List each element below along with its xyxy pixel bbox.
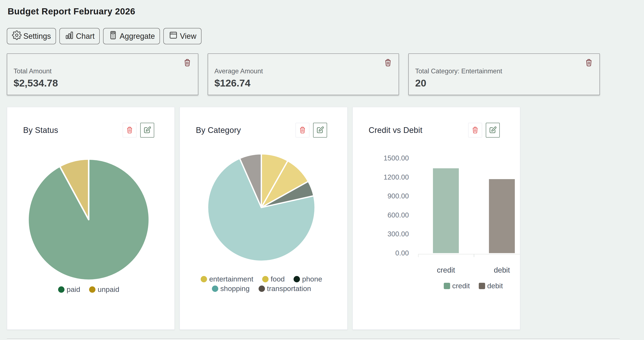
chart-card-by-category: By Category entertainmentfoodphoneshoppi… xyxy=(180,107,348,330)
page-title: Budget Report February 2026 xyxy=(8,6,637,16)
chart-button[interactable]: Chart xyxy=(60,28,100,44)
legend-label: transportation xyxy=(267,285,311,293)
budget-report-page: Budget Report February 2026 Settings Cha… xyxy=(0,0,644,340)
chart-cards-row: By Status paidunpaid By Category xyxy=(7,107,520,330)
trash-icon xyxy=(471,126,480,135)
edit-icon xyxy=(316,126,324,135)
legend-item-phone[interactable]: phone xyxy=(294,275,322,283)
x-axis-tick xyxy=(418,254,419,257)
legend-swatch-icon xyxy=(212,286,218,292)
y-axis-tick-label: 300.00 xyxy=(369,230,409,238)
legend-swatch-icon xyxy=(201,276,207,282)
delete-chart-button[interactable] xyxy=(296,123,310,138)
legend-label: shopping xyxy=(220,285,250,293)
stat-card-total-amount: Total Amount $2,534.78 xyxy=(7,53,198,95)
trash-icon xyxy=(125,126,134,135)
legend-label: unpaid xyxy=(98,285,119,294)
stat-card-average-amount: Average Amount $126.74 xyxy=(208,53,399,95)
delete-stat-button[interactable] xyxy=(584,58,594,68)
x-axis-category-label: debit xyxy=(474,266,520,274)
legend-swatch-icon xyxy=(89,286,96,293)
trash-icon xyxy=(298,126,307,135)
x-axis xyxy=(418,254,520,257)
edit-icon xyxy=(488,126,497,135)
chart-card-header: By Category xyxy=(196,122,327,139)
bar-chart-icon xyxy=(64,30,74,42)
bar-chart-credit-vs-debit: 1500.001200.00900.00600.00300.000.00cred… xyxy=(369,139,500,302)
legend-item-food[interactable]: food xyxy=(262,275,285,283)
x-axis-tick xyxy=(474,254,474,257)
legend-label: debit xyxy=(487,282,503,290)
stat-card-label: Total Category: Entertainment xyxy=(415,67,592,75)
chart-title: Credit vs Debit xyxy=(369,126,422,135)
chart-legend: paidunpaid xyxy=(58,285,119,294)
legend-label: credit xyxy=(452,282,470,290)
chart-card-header: By Status xyxy=(23,122,154,139)
legend-label: food xyxy=(271,275,285,283)
bar-credit[interactable] xyxy=(433,168,459,253)
chart-title: By Category xyxy=(196,126,241,135)
delete-stat-button[interactable] xyxy=(383,58,393,68)
legend-item-credit[interactable]: credit xyxy=(444,282,470,290)
page-content: Budget Report February 2026 Settings Cha… xyxy=(7,0,637,330)
legend-label: entertainment xyxy=(209,275,253,283)
bar-debit[interactable] xyxy=(489,179,515,253)
chart-button-label: Chart xyxy=(76,32,94,41)
chart-legend: creditdebit xyxy=(413,282,520,290)
legend-item-entertainment[interactable]: entertainment xyxy=(201,275,253,283)
trash-icon xyxy=(383,65,393,68)
edit-chart-button[interactable] xyxy=(140,123,154,138)
edit-chart-button[interactable] xyxy=(486,123,500,138)
legend-item-paid[interactable]: paid xyxy=(58,285,80,294)
chart-actions xyxy=(122,123,154,138)
legend-swatch-icon xyxy=(262,276,268,282)
view-button-label: View xyxy=(180,32,196,41)
y-axis-tick-label: 600.00 xyxy=(369,211,409,219)
legend-item-unpaid[interactable]: unpaid xyxy=(89,285,119,294)
pie-chart[interactable] xyxy=(205,151,318,264)
legend-swatch-icon xyxy=(479,283,485,289)
chart-card-by-status: By Status paidunpaid xyxy=(7,107,175,330)
pie-chart-by-status: paidunpaid xyxy=(23,139,154,294)
stat-card-label: Total Amount xyxy=(14,67,191,75)
chart-legend: entertainmentfoodphoneshoppingtransporta… xyxy=(196,275,327,293)
legend-swatch-icon xyxy=(258,286,265,292)
y-axis-tick-label: 1200.00 xyxy=(369,173,409,181)
settings-button[interactable]: Settings xyxy=(7,28,56,44)
stat-cards-row: Total Amount $2,534.78 Average Amount $1… xyxy=(7,53,600,95)
chart-actions xyxy=(468,123,500,138)
stat-card-value: $126.74 xyxy=(214,77,392,89)
delete-chart-button[interactable] xyxy=(122,123,136,138)
legend-label: paid xyxy=(66,285,80,294)
chart-title: By Status xyxy=(23,126,58,135)
y-axis-tick-label: 0.00 xyxy=(369,249,409,257)
settings-button-label: Settings xyxy=(23,32,51,41)
pie-chart-by-category: entertainmentfoodphoneshoppingtransporta… xyxy=(196,139,327,293)
trash-icon xyxy=(584,65,594,68)
aggregate-button[interactable]: Aggregate xyxy=(103,28,160,44)
bar-chart[interactable]: 1500.001200.00900.00600.00300.000.00cred… xyxy=(369,158,500,302)
next-section-top-edge xyxy=(7,339,620,340)
calculator-icon xyxy=(108,30,118,42)
pie-chart[interactable] xyxy=(25,156,152,283)
aggregate-button-label: Aggregate xyxy=(120,32,155,41)
legend-item-shopping[interactable]: shopping xyxy=(212,285,250,293)
edit-chart-button[interactable] xyxy=(313,123,327,138)
legend-item-transportation[interactable]: transportation xyxy=(258,285,311,293)
view-button[interactable]: View xyxy=(163,28,201,44)
legend-swatch-icon xyxy=(58,286,64,293)
stat-card-value: $2,534.78 xyxy=(14,77,191,89)
x-axis-category-label: credit xyxy=(418,266,474,274)
delete-chart-button[interactable] xyxy=(468,123,482,138)
delete-stat-button[interactable] xyxy=(182,58,192,68)
trash-icon xyxy=(183,65,192,68)
toolbar: Settings Chart Aggregate View xyxy=(7,28,637,44)
y-axis-tick-label: 900.00 xyxy=(369,192,409,200)
legend-swatch-icon xyxy=(444,283,450,289)
legend-label: phone xyxy=(302,275,322,283)
legend-swatch-icon xyxy=(294,276,300,282)
legend-item-debit[interactable]: debit xyxy=(479,282,503,290)
chart-actions xyxy=(296,123,327,138)
stat-card-value: 20 xyxy=(415,77,592,89)
edit-icon xyxy=(143,126,152,135)
